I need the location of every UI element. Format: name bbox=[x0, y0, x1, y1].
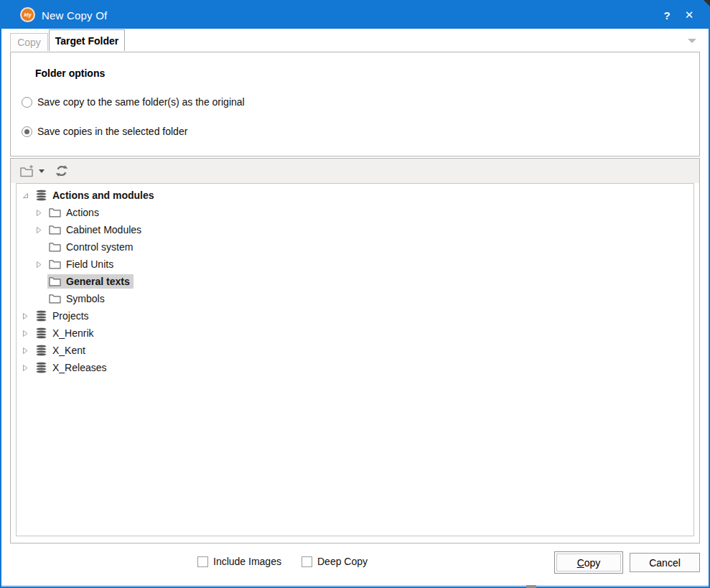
refresh-icon bbox=[55, 169, 69, 180]
tree-item-content[interactable]: Symbols bbox=[47, 291, 108, 306]
database-icon bbox=[35, 190, 47, 201]
folder-tree: Actions and modulesActionsCabinet Module… bbox=[16, 183, 694, 536]
copy-button-label: Copy bbox=[577, 557, 601, 569]
tree-item-label: Actions and modules bbox=[52, 190, 154, 201]
expander-collapsed-icon[interactable] bbox=[22, 347, 29, 355]
tree-item[interactable]: General texts bbox=[17, 273, 693, 290]
tree-item[interactable]: Actions bbox=[17, 204, 693, 221]
new-folder-dropdown-arrow[interactable] bbox=[39, 169, 45, 173]
window-title: New Copy Of bbox=[42, 0, 107, 30]
help-button[interactable]: ? bbox=[659, 0, 675, 30]
folder-icon bbox=[49, 207, 61, 218]
radio-same-folder-label: Save copy to the same folder(s) as the o… bbox=[37, 96, 245, 108]
radio-dot bbox=[24, 129, 29, 134]
folder-icon bbox=[49, 242, 61, 252]
footer: Include Images Deep Copy Copy Cancel bbox=[1, 543, 709, 585]
tree-item-label: Projects bbox=[52, 310, 89, 322]
expander-collapsed-icon[interactable] bbox=[35, 226, 43, 234]
folder-icon bbox=[49, 294, 61, 304]
tree-item[interactable]: X_Kent bbox=[17, 342, 693, 359]
tree-item[interactable]: Control system bbox=[17, 238, 693, 256]
tree-item-content[interactable]: X_Releases bbox=[34, 360, 111, 375]
expander-collapsed-icon[interactable] bbox=[22, 364, 29, 372]
copy-button[interactable]: Copy bbox=[554, 551, 623, 574]
chevron-down-icon[interactable] bbox=[687, 38, 697, 44]
new-copy-of-dialog: kty New Copy Of ? ✕ Copy Target Folder F… bbox=[0, 0, 710, 588]
expander-collapsed-icon[interactable] bbox=[22, 330, 29, 337]
tree-item[interactable]: X_Henrik bbox=[17, 325, 693, 342]
tree-item[interactable]: X_Releases bbox=[17, 359, 693, 376]
checkbox-icon[interactable] bbox=[302, 556, 312, 567]
database-icon bbox=[35, 327, 47, 339]
folder-icon bbox=[49, 276, 61, 286]
tree-item-content[interactable]: Actions and modules bbox=[34, 188, 158, 202]
tree-item-label: Cabinet Modules bbox=[66, 224, 141, 235]
tree-item[interactable]: Actions and modules bbox=[17, 187, 693, 204]
expander-placeholder bbox=[35, 295, 43, 303]
tree-item-label: General texts bbox=[66, 276, 130, 287]
folder-icon bbox=[49, 225, 61, 235]
folder-options-heading: Folder options bbox=[35, 67, 105, 79]
tab-copy-label: Copy bbox=[17, 37, 41, 48]
tree-item-label: X_Kent bbox=[52, 345, 85, 356]
copy-button-face[interactable]: Copy bbox=[556, 554, 621, 571]
tree-item[interactable]: Symbols bbox=[17, 290, 693, 307]
checkbox-icon[interactable] bbox=[197, 556, 208, 567]
tree-item[interactable]: Projects bbox=[17, 307, 693, 325]
tree-toolbar bbox=[11, 159, 699, 183]
new-folder-icon bbox=[19, 169, 34, 180]
radio-icon[interactable] bbox=[22, 126, 32, 137]
database-icon bbox=[35, 310, 47, 322]
tree-item-content[interactable]: Field Units bbox=[47, 257, 117, 271]
tree-item-content[interactable]: Projects bbox=[34, 309, 93, 323]
new-folder-button[interactable] bbox=[18, 163, 36, 179]
close-button[interactable]: ✕ bbox=[681, 0, 698, 30]
checkbox-include-images-label: Include Images bbox=[213, 556, 281, 567]
tree-item-label: X_Releases bbox=[52, 362, 107, 373]
screenshot-artifact-top-right bbox=[704, 0, 710, 6]
checkbox-include-images[interactable]: Include Images bbox=[197, 556, 281, 567]
titlebar[interactable]: kty New Copy Of ? ✕ bbox=[0, 0, 710, 30]
database-icon bbox=[35, 362, 47, 373]
folder-icon bbox=[49, 259, 61, 269]
tab-target-folder-label: Target Folder bbox=[55, 35, 118, 47]
expander-collapsed-icon[interactable] bbox=[35, 209, 43, 217]
tree-item-label: Symbols bbox=[66, 293, 105, 304]
folder-options-panel: Folder options Save copy to the same fol… bbox=[10, 52, 700, 157]
screenshot-artifact-bottom bbox=[526, 585, 536, 588]
tree-item-content[interactable]: X_Henrik bbox=[34, 326, 98, 340]
app-logo-icon: kty bbox=[20, 7, 35, 22]
radio-icon[interactable] bbox=[22, 97, 32, 108]
tree-item-label: Field Units bbox=[66, 258, 113, 270]
refresh-button[interactable] bbox=[53, 162, 70, 179]
tree-item[interactable]: Cabinet Modules bbox=[17, 221, 693, 238]
border-inner-glow bbox=[1, 585, 709, 587]
cancel-button-label: Cancel bbox=[649, 557, 681, 569]
tree-item-content[interactable]: Cabinet Modules bbox=[47, 223, 145, 237]
tree-item-content[interactable]: Control system bbox=[47, 240, 136, 254]
tree-item-label: Control system bbox=[66, 241, 133, 253]
app-logo-text: kty bbox=[24, 12, 31, 17]
checkbox-deep-copy-label: Deep Copy bbox=[317, 556, 368, 567]
tree-item-content[interactable]: Actions bbox=[47, 205, 103, 220]
radio-selected-folder-label: Save copies in the selected folder bbox=[37, 126, 187, 137]
expander-expanded-icon[interactable] bbox=[22, 192, 29, 200]
tree-item-label: X_Henrik bbox=[52, 327, 94, 339]
tree-item-content[interactable]: General texts bbox=[47, 274, 134, 289]
tab-strip: Copy Target Folder bbox=[1, 29, 709, 51]
database-icon bbox=[35, 345, 47, 356]
cancel-button[interactable]: Cancel bbox=[630, 553, 700, 572]
expander-placeholder bbox=[35, 278, 43, 286]
expander-collapsed-icon[interactable] bbox=[35, 261, 43, 269]
tree-item-content[interactable]: X_Kent bbox=[34, 343, 89, 358]
tree-item-label: Actions bbox=[66, 207, 99, 218]
tree-panel: Actions and modulesActionsCabinet Module… bbox=[10, 158, 700, 543]
expander-placeholder bbox=[35, 243, 43, 251]
tree-item[interactable]: Field Units bbox=[17, 256, 693, 273]
tab-target-folder[interactable]: Target Folder bbox=[49, 29, 125, 51]
radio-same-folder[interactable]: Save copy to the same folder(s) as the o… bbox=[22, 96, 245, 108]
expander-collapsed-icon[interactable] bbox=[22, 312, 29, 320]
radio-selected-folder[interactable]: Save copies in the selected folder bbox=[22, 126, 187, 137]
checkbox-deep-copy[interactable]: Deep Copy bbox=[302, 556, 368, 567]
tab-copy[interactable]: Copy bbox=[10, 33, 48, 51]
